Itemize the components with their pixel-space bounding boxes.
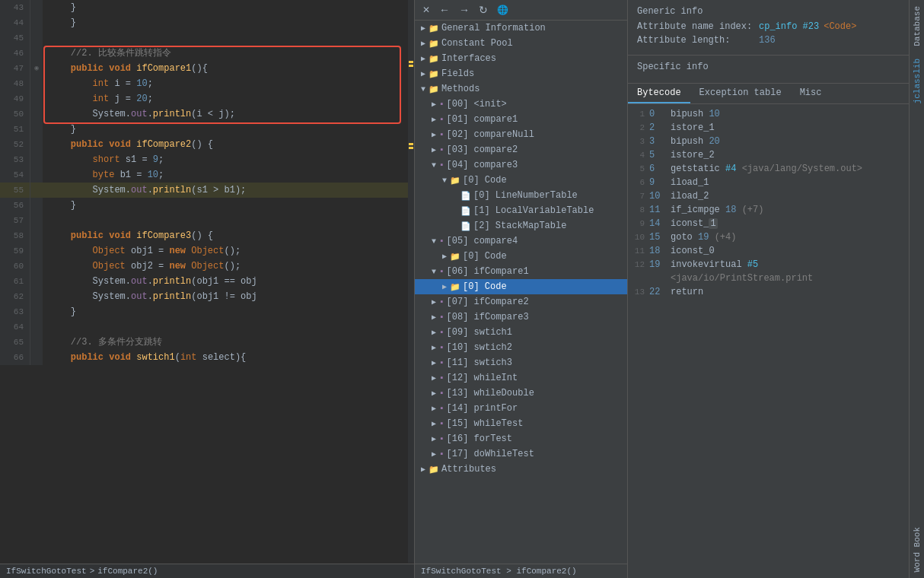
table-row: 62 System.out.println(obj1 != obj [0, 289, 414, 304]
bc-row: 7 10 iload_2 [634, 189, 903, 203]
method-icon: ▪ [439, 373, 444, 383]
chevron-right-icon: ▶ [418, 39, 429, 48]
method-icon: ▪ [439, 419, 444, 428]
bc-offset: 6 [649, 162, 671, 176]
chevron-right-icon: ▶ [439, 282, 450, 291]
sidebar-item-swtich2[interactable]: ▶ ▪ [10] swtich2 [415, 340, 627, 355]
chevron-down-icon: ▼ [429, 237, 439, 246]
sidebar-item-ifcompare1[interactable]: ▼ ▪ [06] ifCompare1 [415, 264, 627, 279]
line-number: 56 [0, 198, 30, 213]
table-row: 58 public void ifCompare3() { [0, 228, 414, 243]
folder-icon: 📁 [429, 84, 439, 94]
sidebar-item-code06[interactable]: ▶ 📁 [0] Code [415, 279, 627, 294]
tab-bytecode[interactable]: Bytecode [628, 84, 690, 103]
line-bookmark [30, 91, 43, 106]
sidebar-item-printfor[interactable]: ▶ ▪ [14] printFor [415, 401, 627, 416]
chevron-right-icon: ▶ [429, 434, 439, 443]
attr-name-code: <Code> [824, 21, 856, 32]
table-row: 51 } [0, 122, 414, 137]
sidebar-item-label: [01] compare1 [447, 114, 518, 125]
folder-icon: 📁 [429, 24, 439, 33]
side-tab-wordbook[interactable]: Word Book [911, 521, 923, 578]
back-button[interactable]: ← [436, 2, 453, 17]
bc-offset: 3 [649, 135, 671, 148]
code-content: 43 } 44 } 45 46 //2. 比较条件跳转指令 [0, 0, 414, 564]
sidebar-item-attributes[interactable]: ▶ 📁 Attributes [415, 462, 627, 477]
attr-length-value: 136 [759, 35, 776, 46]
bc-offset: 0 [649, 107, 671, 121]
tab-exception-table[interactable]: Exception table [690, 84, 791, 103]
sidebar-item-localvar[interactable]: 📄 [1] LocalVariableTable [415, 203, 627, 218]
attr-name-value[interactable]: cp_info #23 [759, 21, 819, 32]
sidebar-item-compare1[interactable]: ▶ ▪ [01] compare1 [415, 112, 627, 127]
bc-line-num: 2 [634, 121, 649, 135]
sidebar-item-interfaces[interactable]: ▶ 📁 Interfaces [415, 51, 627, 66]
bc-row: 10 15 goto 19 (+4) [634, 230, 903, 244]
sidebar-item-code05[interactable]: ▶ 📁 [0] Code [415, 249, 627, 264]
sidebar-item-compare2[interactable]: ▶ ▪ [03] compare2 [415, 142, 627, 157]
breadcrumb-method: ifCompare2() [516, 567, 576, 576]
line-bookmark [30, 137, 43, 152]
line-code: System.out.println(obj1 != obj [43, 289, 414, 304]
sidebar-item-methods[interactable]: ▼ 📁 Methods [415, 81, 627, 97]
sidebar-item-stackmap[interactable]: 📄 [2] StackMapTable [415, 218, 627, 233]
bc-row: 8 11 if_icmpge 18 (+7) [634, 203, 903, 217]
sidebar-item-ifcompare2[interactable]: ▶ ▪ [07] ifCompare2 [415, 294, 627, 310]
bc-instr: if_icmpge 18 (+7) [671, 203, 763, 217]
line-number: 54 [0, 167, 30, 183]
table-row: 44 } [0, 15, 414, 30]
line-number: 48 [0, 76, 30, 91]
globe-button[interactable]: 🌐 [494, 3, 511, 17]
file-icon: 📄 [460, 191, 471, 201]
attr-name-row: Attribute name index: cp_info #23 <Code> [637, 21, 900, 32]
sidebar-item-ifcompare3[interactable]: ▶ ▪ [08] ifCompare3 [415, 310, 627, 325]
file-icon: 📄 [460, 206, 471, 216]
close-button[interactable]: ✕ [419, 3, 433, 17]
bc-instr: return [671, 285, 703, 299]
side-tab-database[interactable]: Database [911, 0, 923, 52]
forward-button[interactable]: → [456, 2, 473, 17]
sidebar-item-linenum[interactable]: 📄 [0] LineNumberTable [415, 188, 627, 203]
table-row: 52 public void ifCompare2() { [0, 137, 414, 152]
line-number: 59 [0, 243, 30, 259]
sidebar-item-swtich3[interactable]: ▶ ▪ [11] swtich3 [415, 355, 627, 370]
sidebar-item-whiletest[interactable]: ▶ ▪ [15] whileTest [415, 416, 627, 431]
tree-breadcrumb: IfSwitchGotoTest > ifCompare2() [415, 564, 627, 578]
sidebar-item-fields[interactable]: ▶ 📁 Fields [415, 66, 627, 81]
line-number: 55 [0, 183, 30, 198]
tree-content[interactable]: ▶ 📁 General Information ▶ 📁 Constant Poo… [415, 21, 627, 564]
line-bookmark [30, 259, 43, 274]
line-code: System.out.println(i < j); [43, 106, 414, 122]
bc-instr: bipush 10 [671, 107, 720, 121]
line-bookmark [30, 198, 43, 213]
sidebar-item-compare3[interactable]: ▼ ▪ [04] compare3 [415, 157, 627, 173]
line-bookmark: ◉ [30, 61, 43, 76]
sidebar-item-swtich1[interactable]: ▶ ▪ [09] swtich1 [415, 325, 627, 340]
sidebar-item-constant-pool[interactable]: ▶ 📁 Constant Pool [415, 36, 627, 51]
line-code: short s1 = 9; [43, 152, 414, 167]
chevron-right-icon: ▶ [429, 115, 439, 124]
sidebar-item-compare4[interactable]: ▼ ▪ [05] compare4 [415, 233, 627, 249]
sidebar-item-label: [11] swtich3 [447, 357, 512, 368]
tab-misc[interactable]: Misc [791, 84, 831, 103]
refresh-button[interactable]: ↻ [476, 2, 491, 17]
sidebar-item-fortest[interactable]: ▶ ▪ [16] forTest [415, 431, 627, 446]
sidebar-item-whiledouble[interactable]: ▶ ▪ [13] whileDouble [415, 386, 627, 401]
sidebar-item-init[interactable]: ▶ ▪ [00] <init> [415, 97, 627, 112]
bc-offset: 9 [649, 176, 671, 189]
line-bookmark [30, 76, 43, 91]
side-tab-jclasslib[interactable]: jclasslib [911, 52, 923, 110]
line-number: 57 [0, 213, 30, 228]
sidebar-item-dowhiletest[interactable]: ▶ ▪ [17] doWhileTest [415, 446, 627, 462]
sidebar-item-label: [0] Code [463, 281, 507, 292]
table-row: 60 Object obj2 = new Object(); [0, 259, 414, 274]
chevron-right-icon: ▶ [429, 313, 439, 322]
sidebar-item-whileint[interactable]: ▶ ▪ [12] whileInt [415, 370, 627, 386]
scroll-bar[interactable] [408, 0, 414, 563]
sidebar-item-code04[interactable]: ▼ 📁 [0] Code [415, 173, 627, 188]
scroll-mark [409, 61, 413, 63]
method-icon: ▪ [439, 434, 444, 443]
sidebar-item-general[interactable]: ▶ 📁 General Information [415, 21, 627, 36]
sidebar-item-comparenull[interactable]: ▶ ▪ [02] compareNull [415, 127, 627, 142]
line-code: } [43, 122, 414, 137]
